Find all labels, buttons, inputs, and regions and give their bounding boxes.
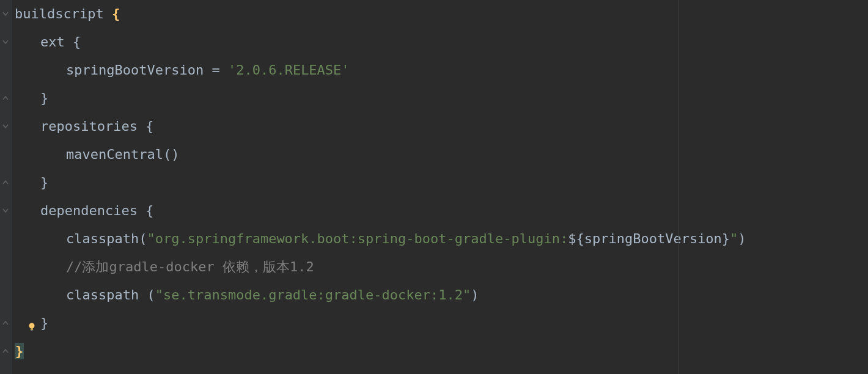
code-line[interactable]: springBootVersion = '2.0.6.RELEASE' (15, 56, 868, 84)
code-text: classpath ( (66, 287, 155, 302)
code-line[interactable]: repositories { (15, 112, 868, 141)
code-content[interactable]: buildscript { ext { springBootVersion = … (12, 0, 868, 374)
code-string: " (730, 231, 738, 246)
close-brace: } (40, 175, 48, 190)
open-brace: { (73, 34, 81, 50)
fold-collapse-icon[interactable] (1, 178, 10, 187)
code-comment: //添加gradle-docker 依赖，版本1.2 (66, 259, 314, 274)
fold-collapse-icon[interactable] (1, 347, 10, 356)
code-line[interactable]: mavenCentral() (15, 141, 868, 169)
fold-expand-icon[interactable] (1, 122, 10, 131)
code-line[interactable]: } (15, 169, 868, 197)
code-string: "se.transmode.gradle:gradle-docker:1.2" (155, 287, 471, 302)
code-text: dependencies (40, 203, 145, 218)
code-line[interactable]: } (15, 309, 868, 337)
svg-rect-2 (31, 330, 33, 331)
code-line[interactable]: buildscript { (15, 0, 868, 28)
code-line[interactable]: ext { (15, 28, 868, 56)
code-text: classpath( (66, 231, 147, 246)
fold-collapse-icon[interactable] (1, 319, 10, 328)
code-identifier: springBootVersion (66, 62, 211, 78)
lightbulb-icon[interactable] (27, 322, 37, 332)
open-brace: { (145, 203, 153, 218)
open-brace: { (145, 119, 153, 134)
code-string: "org.springframework.boot:spring-boot-gr… (147, 231, 568, 246)
code-text: ext (40, 34, 73, 50)
code-line[interactable]: classpath("org.springframework.boot:spri… (15, 225, 868, 253)
code-text: ) (471, 287, 479, 302)
fold-expand-icon[interactable] (1, 207, 10, 215)
close-brace: } (40, 90, 48, 106)
code-line[interactable]: classpath ("se.transmode.gradle:gradle-d… (15, 281, 868, 309)
code-text: repositories (40, 119, 145, 134)
code-line[interactable]: //添加gradle-docker 依赖，版本1.2 (15, 253, 868, 281)
code-operator: = (211, 62, 228, 78)
right-margin-line (678, 0, 679, 374)
open-brace: { (112, 6, 120, 21)
code-string: '2.0.6.RELEASE' (228, 62, 350, 78)
svg-rect-1 (31, 328, 33, 330)
code-line[interactable]: dependencies { (15, 197, 868, 225)
code-interpolation: ${springBootVersion} (568, 231, 730, 246)
code-editor[interactable]: buildscript { ext { springBootVersion = … (0, 0, 868, 374)
code-text: buildscript (15, 6, 112, 21)
fold-collapse-icon[interactable] (1, 94, 10, 103)
svg-point-0 (29, 323, 35, 329)
fold-expand-icon[interactable] (1, 38, 10, 46)
close-brace: } (15, 343, 24, 359)
close-brace: } (40, 315, 48, 331)
code-line[interactable]: } (15, 84, 868, 112)
editor-gutter (0, 0, 12, 374)
code-line[interactable]: } (15, 337, 868, 365)
fold-expand-icon[interactable] (1, 10, 10, 18)
code-text: ) (738, 231, 746, 246)
code-text: mavenCentral() (66, 147, 179, 162)
